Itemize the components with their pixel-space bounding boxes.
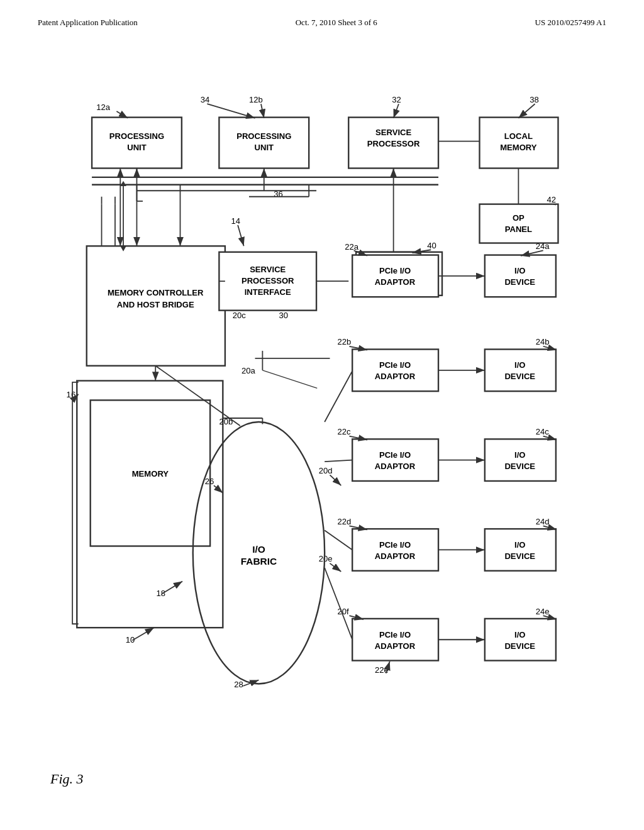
- svg-line-103: [543, 436, 557, 440]
- svg-line-97: [349, 346, 367, 350]
- svg-text:22a: 22a: [345, 242, 359, 252]
- svg-text:DEVICE: DEVICE: [504, 372, 535, 381]
- svg-marker-139: [120, 246, 126, 251]
- svg-rect-31: [352, 255, 438, 297]
- header-right: US 2010/0257499 A1: [535, 18, 606, 28]
- svg-text:22c: 22c: [337, 427, 351, 436]
- svg-text:PROCESSOR: PROCESSOR: [242, 276, 294, 285]
- svg-text:DEVICE: DEVICE: [504, 551, 535, 561]
- svg-text:DEVICE: DEVICE: [504, 641, 535, 651]
- svg-text:ROM: ROM: [380, 267, 399, 277]
- page-header: Patent Application Publication Oct. 7, 2…: [38, 18, 606, 28]
- svg-text:ADAPTOR: ADAPTOR: [375, 551, 416, 561]
- svg-text:I/O: I/O: [514, 266, 525, 275]
- svg-text:24a: 24a: [536, 241, 550, 251]
- svg-text:FABRIC: FABRIC: [241, 556, 277, 567]
- svg-rect-30: [356, 252, 442, 296]
- svg-text:PANEL: PANEL: [505, 224, 532, 234]
- svg-line-111: [330, 563, 341, 572]
- svg-text:I/O: I/O: [514, 630, 525, 639]
- svg-text:PCIe I/O: PCIe I/O: [379, 630, 411, 639]
- svg-text:16: 16: [67, 390, 76, 399]
- svg-text:20f: 20f: [337, 607, 349, 616]
- svg-text:LOCAL: LOCAL: [504, 131, 533, 141]
- svg-rect-49: [352, 529, 438, 571]
- svg-rect-15: [480, 204, 558, 243]
- svg-text:10: 10: [126, 635, 135, 645]
- svg-text:20e: 20e: [319, 554, 333, 563]
- svg-text:40: 40: [427, 241, 436, 250]
- svg-text:24c: 24c: [536, 427, 550, 436]
- svg-rect-46: [485, 439, 556, 481]
- figure-caption: Fig. 3: [50, 771, 84, 787]
- svg-line-68: [261, 104, 264, 118]
- svg-text:36: 36: [274, 189, 283, 199]
- svg-text:I/O: I/O: [514, 360, 525, 370]
- svg-text:38: 38: [530, 95, 539, 104]
- svg-rect-52: [485, 529, 556, 571]
- svg-line-107: [349, 526, 367, 529]
- svg-text:24d: 24d: [536, 517, 550, 526]
- svg-line-115: [386, 661, 390, 673]
- svg-text:14: 14: [231, 216, 240, 226]
- svg-text:20b: 20b: [219, 417, 233, 426]
- svg-line-84: [77, 394, 78, 396]
- svg-text:42: 42: [547, 195, 557, 204]
- svg-rect-40: [485, 350, 556, 392]
- svg-text:20a: 20a: [242, 366, 256, 375]
- svg-text:I/O: I/O: [252, 544, 265, 555]
- svg-text:SERVICE: SERVICE: [250, 265, 286, 274]
- svg-rect-55: [352, 619, 438, 661]
- svg-text:22d: 22d: [337, 517, 351, 526]
- svg-text:12a: 12a: [96, 102, 111, 112]
- svg-text:ADAPTOR: ADAPTOR: [375, 372, 416, 381]
- svg-text:PCIe I/O: PCIe I/O: [379, 266, 411, 275]
- svg-text:24e: 24e: [536, 607, 550, 616]
- svg-text:20d: 20d: [319, 466, 333, 475]
- svg-text:DEVICE: DEVICE: [504, 277, 535, 287]
- svg-text:PCIe I/O: PCIe I/O: [379, 450, 411, 460]
- svg-text:18: 18: [156, 589, 165, 598]
- svg-text:PCIe I/O: PCIe I/O: [379, 360, 411, 370]
- svg-text:28: 28: [234, 680, 243, 689]
- svg-line-117: [543, 616, 557, 619]
- svg-line-86: [162, 581, 182, 594]
- svg-line-162: [325, 371, 352, 422]
- svg-rect-27: [77, 381, 223, 628]
- svg-rect-43: [352, 439, 438, 481]
- svg-rect-6: [219, 118, 309, 169]
- svg-text:MEMORY CONTROLLER: MEMORY CONTROLLER: [108, 288, 204, 297]
- svg-rect-28: [91, 400, 210, 546]
- svg-rect-58: [485, 619, 556, 661]
- svg-text:I/O: I/O: [514, 450, 525, 460]
- svg-line-93: [354, 250, 367, 255]
- svg-text:AND HOST BRIDGE: AND HOST BRIDGE: [117, 300, 194, 309]
- svg-text:PROCESSOR: PROCESSOR: [367, 139, 420, 148]
- header-center: Oct. 7, 2010 Sheet 3 of 6: [296, 18, 377, 28]
- svg-marker-138: [120, 181, 126, 186]
- svg-rect-34: [485, 255, 556, 297]
- svg-line-76: [412, 250, 431, 253]
- svg-line-161: [155, 366, 240, 426]
- svg-line-64: [116, 111, 128, 118]
- svg-text:PROCESSING: PROCESSING: [236, 131, 291, 141]
- svg-line-66: [207, 104, 255, 118]
- svg-rect-9: [348, 118, 438, 169]
- svg-text:MEMORY: MEMORY: [132, 469, 169, 479]
- svg-line-95: [521, 250, 543, 255]
- svg-text:PROCESSING: PROCESSING: [109, 131, 164, 141]
- svg-text:INTERFACE: INTERFACE: [245, 287, 291, 297]
- svg-line-155: [325, 460, 352, 462]
- svg-line-156: [325, 531, 352, 550]
- svg-line-70: [394, 104, 399, 118]
- svg-text:22e: 22e: [375, 665, 389, 675]
- svg-text:DEVICE: DEVICE: [504, 462, 535, 471]
- svg-rect-37: [352, 350, 438, 392]
- svg-point-154: [193, 422, 325, 683]
- svg-text:ADAPTOR: ADAPTOR: [375, 641, 416, 651]
- svg-text:MEMORY: MEMORY: [500, 143, 537, 152]
- svg-text:UNIT: UNIT: [255, 143, 274, 152]
- svg-line-88: [132, 628, 154, 640]
- svg-text:22b: 22b: [337, 337, 351, 346]
- svg-text:32: 32: [392, 95, 401, 104]
